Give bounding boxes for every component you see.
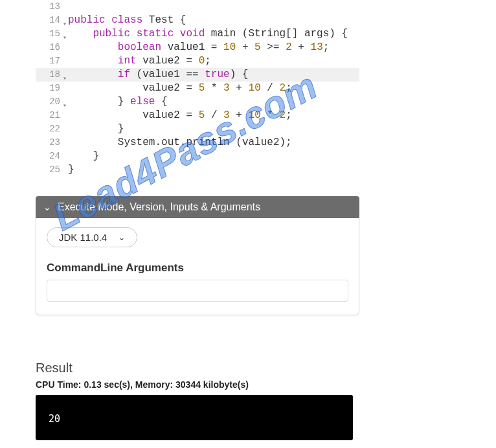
code-content[interactable]: }: [64, 163, 74, 177]
line-number: 21: [36, 109, 64, 122]
line-number: 25: [36, 163, 64, 177]
execute-panel: JDK 11.0.4 ⌄ CommandLine Arguments: [36, 218, 359, 315]
line-number: 17: [36, 54, 64, 68]
code-line[interactable]: 18▾ if (value1 == true) {: [36, 68, 359, 82]
result-heading: Result: [36, 361, 496, 375]
code-content[interactable]: System.out.println (value2);: [64, 136, 292, 150]
line-number: 13: [36, 0, 64, 14]
code-line[interactable]: 14▾public class Test {: [36, 14, 359, 27]
accordion-title: Execute Mode, Version, Inputs & Argument…: [58, 201, 260, 213]
console-line: 20: [49, 413, 60, 425]
jdk-selected-label: JDK 11.0.4: [59, 232, 107, 243]
code-content[interactable]: }: [64, 150, 99, 163]
code-content[interactable]: public static void main (String[] args) …: [64, 27, 348, 41]
code-content[interactable]: public class Test {: [64, 14, 186, 27]
code-content[interactable]: } else {: [64, 95, 168, 109]
code-line[interactable]: 19 value2 = 5 * 3 + 10 / 2;: [36, 82, 359, 95]
line-number: 14▾: [36, 14, 64, 27]
code-content[interactable]: }: [64, 122, 124, 136]
result-stats: CPU Time: 0.13 sec(s), Memory: 30344 kil…: [36, 379, 496, 390]
code-content[interactable]: int value2 = 0;: [64, 54, 211, 68]
execute-mode-accordion[interactable]: ⌄ Execute Mode, Version, Inputs & Argume…: [36, 196, 359, 218]
chevron-down-icon: ⌄: [43, 202, 51, 212]
code-content[interactable]: value2 = 5 / 3 + 10 * 2;: [64, 109, 292, 122]
code-content[interactable]: value2 = 5 * 3 + 10 / 2;: [64, 82, 292, 95]
line-number: 16: [36, 41, 64, 54]
jdk-version-select[interactable]: JDK 11.0.4 ⌄: [47, 227, 137, 247]
line-number: 23: [36, 136, 64, 150]
line-number: 19: [36, 82, 64, 95]
line-number: 22: [36, 122, 64, 136]
code-line[interactable]: 24 }: [36, 150, 359, 163]
code-line[interactable]: 21 value2 = 5 / 3 + 10 * 2;: [36, 109, 359, 122]
commandline-args-label: CommandLine Arguments: [47, 262, 348, 274]
code-line[interactable]: 23 System.out.println (value2);: [36, 136, 359, 150]
console-output[interactable]: 20: [36, 395, 353, 440]
code-line[interactable]: 16 boolean value1 = 10 + 5 >= 2 + 13;: [36, 41, 359, 54]
code-line[interactable]: 15▾ public static void main (String[] ar…: [36, 27, 359, 41]
code-content[interactable]: boolean value1 = 10 + 5 >= 2 + 13;: [64, 41, 329, 54]
line-number: 20▾: [36, 95, 64, 109]
code-line[interactable]: 22 }: [36, 122, 359, 136]
code-line[interactable]: 20▾ } else {: [36, 95, 359, 109]
code-line[interactable]: 17 int value2 = 0;: [36, 54, 359, 68]
line-number: 24: [36, 150, 64, 163]
code-line[interactable]: 13: [36, 0, 359, 14]
code-content[interactable]: [64, 0, 68, 14]
chevron-down-icon: ⌄: [118, 233, 125, 242]
line-number: 15▾: [36, 27, 64, 41]
code-line[interactable]: 25}: [36, 163, 359, 177]
line-number: 18▾: [36, 68, 64, 82]
code-content[interactable]: if (value1 == true) {: [64, 68, 248, 82]
code-editor[interactable]: 1314▾public class Test {15▾ public stati…: [36, 0, 359, 177]
commandline-args-input[interactable]: [47, 280, 348, 302]
